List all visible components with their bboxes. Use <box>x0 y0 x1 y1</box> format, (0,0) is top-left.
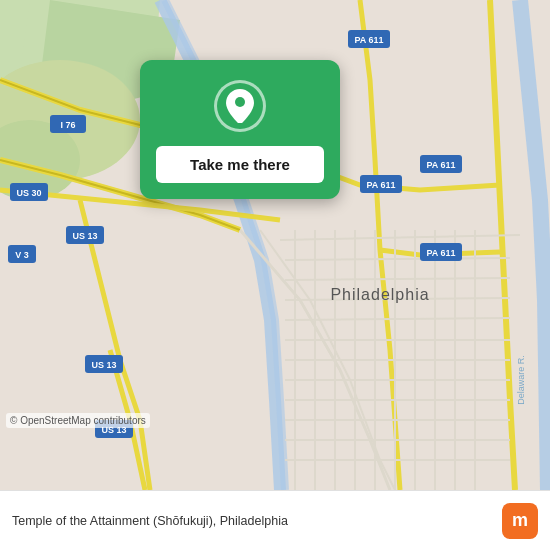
svg-text:PA 611: PA 611 <box>426 248 455 258</box>
moovit-logo: m <box>502 503 538 539</box>
pin-icon-container <box>214 80 266 132</box>
svg-text:PA 611: PA 611 <box>354 35 383 45</box>
svg-text:US 13: US 13 <box>91 360 116 370</box>
svg-text:Delaware R.: Delaware R. <box>516 355 526 405</box>
location-card: Take me there <box>140 60 340 199</box>
map-view: I 76 I 76 US 30 US 13 US 13 US 13 PA 611… <box>0 0 550 490</box>
bottom-bar: Temple of the Attainment (Shōfukuji), Ph… <box>0 490 550 550</box>
location-description: Temple of the Attainment (Shōfukuji), Ph… <box>12 514 502 528</box>
svg-text:US 13: US 13 <box>72 231 97 241</box>
svg-text:PA 611: PA 611 <box>426 160 455 170</box>
moovit-icon: m <box>502 503 538 539</box>
location-pin-icon <box>226 89 254 123</box>
svg-text:V 3: V 3 <box>15 250 29 260</box>
take-me-there-button[interactable]: Take me there <box>156 146 324 183</box>
svg-text:US 30: US 30 <box>16 188 41 198</box>
svg-text:Philadelphia: Philadelphia <box>330 286 429 303</box>
copyright-text: © OpenStreetMap contributors <box>6 413 150 428</box>
svg-point-52 <box>235 97 245 107</box>
svg-text:PA 611: PA 611 <box>366 180 395 190</box>
svg-text:I 76: I 76 <box>60 120 75 130</box>
